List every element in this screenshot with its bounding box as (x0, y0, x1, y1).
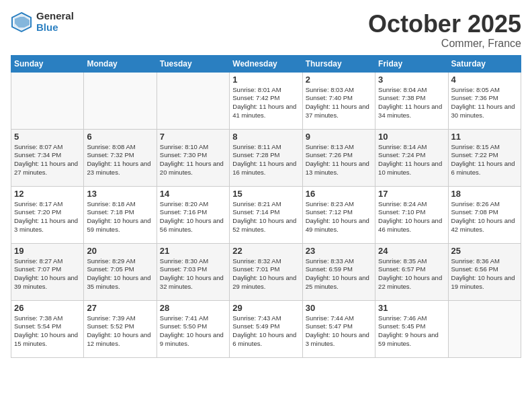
month-title: October 2025 (368, 11, 521, 38)
day-number: 4 (451, 75, 518, 85)
calendar-cell: 6Sunrise: 8:08 AM Sunset: 7:32 PM Daylig… (84, 129, 157, 186)
calendar-week-row: 12Sunrise: 8:17 AM Sunset: 7:20 PM Dayli… (11, 186, 521, 243)
day-number: 23 (306, 246, 372, 256)
calendar-cell: 22Sunrise: 8:32 AM Sunset: 7:01 PM Dayli… (230, 243, 302, 300)
logo: General Blue (11, 11, 74, 33)
calendar-cell: 24Sunrise: 8:35 AM Sunset: 6:57 PM Dayli… (375, 243, 448, 300)
calendar-cell: 31Sunrise: 7:46 AM Sunset: 5:45 PM Dayli… (375, 300, 448, 357)
weekday-header-saturday: Saturday (448, 55, 521, 72)
calendar-cell (84, 72, 157, 129)
day-number: 28 (160, 303, 226, 313)
day-info: Sunrise: 8:17 AM Sunset: 7:20 PM Dayligh… (14, 200, 81, 234)
day-number: 11 (451, 132, 518, 142)
day-info: Sunrise: 7:43 AM Sunset: 5:49 PM Dayligh… (232, 314, 299, 349)
day-number: 7 (160, 132, 226, 142)
day-info: Sunrise: 8:10 AM Sunset: 7:30 PM Dayligh… (160, 143, 226, 177)
day-number: 1 (232, 75, 299, 85)
calendar-cell: 15Sunrise: 8:21 AM Sunset: 7:14 PM Dayli… (230, 186, 302, 243)
logo-blue: Blue (36, 22, 74, 34)
calendar-cell: 11Sunrise: 8:15 AM Sunset: 7:22 PM Dayli… (448, 129, 521, 186)
day-number: 30 (306, 303, 372, 313)
day-info: Sunrise: 8:21 AM Sunset: 7:14 PM Dayligh… (232, 200, 299, 234)
day-info: Sunrise: 8:03 AM Sunset: 7:40 PM Dayligh… (306, 86, 372, 120)
day-number: 31 (378, 303, 445, 313)
day-info: Sunrise: 8:13 AM Sunset: 7:26 PM Dayligh… (306, 143, 372, 177)
calendar-week-row: 5Sunrise: 8:07 AM Sunset: 7:34 PM Daylig… (11, 129, 521, 186)
calendar-cell: 14Sunrise: 8:20 AM Sunset: 7:16 PM Dayli… (157, 186, 229, 243)
day-number: 18 (451, 189, 518, 199)
day-number: 5 (14, 132, 81, 142)
day-info: Sunrise: 7:44 AM Sunset: 5:47 PM Dayligh… (306, 314, 372, 349)
calendar-cell: 12Sunrise: 8:17 AM Sunset: 7:20 PM Dayli… (11, 186, 84, 243)
day-info: Sunrise: 7:41 AM Sunset: 5:50 PM Dayligh… (160, 314, 226, 349)
weekday-header-wednesday: Wednesday (230, 55, 302, 72)
calendar-cell: 29Sunrise: 7:43 AM Sunset: 5:49 PM Dayli… (230, 300, 302, 357)
day-number: 10 (378, 132, 445, 142)
day-number: 24 (378, 246, 445, 256)
day-info: Sunrise: 8:01 AM Sunset: 7:42 PM Dayligh… (232, 86, 299, 120)
calendar-cell: 30Sunrise: 7:44 AM Sunset: 5:47 PM Dayli… (302, 300, 375, 357)
calendar-week-row: 26Sunrise: 7:38 AM Sunset: 5:54 PM Dayli… (11, 300, 521, 357)
calendar-cell: 2Sunrise: 8:03 AM Sunset: 7:40 PM Daylig… (302, 72, 375, 129)
calendar-cell (157, 72, 229, 129)
calendar-cell: 5Sunrise: 8:07 AM Sunset: 7:34 PM Daylig… (11, 129, 84, 186)
day-number: 14 (160, 189, 226, 199)
day-number: 12 (14, 189, 81, 199)
logo-text: General Blue (36, 11, 74, 33)
day-number: 6 (87, 132, 153, 142)
calendar-week-row: 1Sunrise: 8:01 AM Sunset: 7:42 PM Daylig… (11, 72, 521, 129)
day-number: 27 (87, 303, 153, 313)
day-info: Sunrise: 8:36 AM Sunset: 6:56 PM Dayligh… (451, 257, 518, 291)
location: Commer, France (368, 38, 521, 50)
day-info: Sunrise: 7:39 AM Sunset: 5:52 PM Dayligh… (87, 314, 153, 349)
day-info: Sunrise: 8:27 AM Sunset: 7:07 PM Dayligh… (14, 257, 81, 291)
calendar-cell: 25Sunrise: 8:36 AM Sunset: 6:56 PM Dayli… (448, 243, 521, 300)
weekday-header-tuesday: Tuesday (157, 55, 229, 72)
calendar-cell: 16Sunrise: 8:23 AM Sunset: 7:12 PM Dayli… (302, 186, 375, 243)
day-info: Sunrise: 8:15 AM Sunset: 7:22 PM Dayligh… (451, 143, 518, 177)
title-block: October 2025 Commer, France (368, 11, 521, 50)
day-info: Sunrise: 8:11 AM Sunset: 7:28 PM Dayligh… (232, 143, 299, 177)
logo-icon (11, 11, 32, 33)
calendar-table: SundayMondayTuesdayWednesdayThursdayFrid… (11, 55, 521, 358)
day-number: 26 (14, 303, 81, 313)
calendar-cell: 18Sunrise: 8:26 AM Sunset: 7:08 PM Dayli… (448, 186, 521, 243)
day-info: Sunrise: 8:32 AM Sunset: 7:01 PM Dayligh… (232, 257, 299, 291)
weekday-header-thursday: Thursday (302, 55, 375, 72)
calendar-cell: 7Sunrise: 8:10 AM Sunset: 7:30 PM Daylig… (157, 129, 229, 186)
calendar-cell: 10Sunrise: 8:14 AM Sunset: 7:24 PM Dayli… (375, 129, 448, 186)
day-number: 16 (306, 189, 372, 199)
day-number: 21 (160, 246, 226, 256)
weekday-header-friday: Friday (375, 55, 448, 72)
calendar-cell (11, 72, 84, 129)
day-number: 2 (306, 75, 372, 85)
day-number: 9 (306, 132, 372, 142)
day-info: Sunrise: 7:46 AM Sunset: 5:45 PM Dayligh… (378, 314, 445, 349)
day-number: 15 (232, 189, 299, 199)
weekday-header-sunday: Sunday (11, 55, 84, 72)
calendar-cell: 21Sunrise: 8:30 AM Sunset: 7:03 PM Dayli… (157, 243, 229, 300)
calendar-cell: 26Sunrise: 7:38 AM Sunset: 5:54 PM Dayli… (11, 300, 84, 357)
day-info: Sunrise: 8:33 AM Sunset: 6:59 PM Dayligh… (306, 257, 372, 291)
calendar-cell: 23Sunrise: 8:33 AM Sunset: 6:59 PM Dayli… (302, 243, 375, 300)
day-info: Sunrise: 8:18 AM Sunset: 7:18 PM Dayligh… (87, 200, 153, 234)
day-number: 3 (378, 75, 445, 85)
calendar-cell: 3Sunrise: 8:04 AM Sunset: 7:38 PM Daylig… (375, 72, 448, 129)
day-info: Sunrise: 8:05 AM Sunset: 7:36 PM Dayligh… (451, 86, 518, 120)
day-number: 19 (14, 246, 81, 256)
calendar-cell: 27Sunrise: 7:39 AM Sunset: 5:52 PM Dayli… (84, 300, 157, 357)
calendar-cell: 9Sunrise: 8:13 AM Sunset: 7:26 PM Daylig… (302, 129, 375, 186)
day-info: Sunrise: 8:20 AM Sunset: 7:16 PM Dayligh… (160, 200, 226, 234)
day-info: Sunrise: 8:08 AM Sunset: 7:32 PM Dayligh… (87, 143, 153, 177)
calendar-week-row: 19Sunrise: 8:27 AM Sunset: 7:07 PM Dayli… (11, 243, 521, 300)
weekday-header-monday: Monday (84, 55, 157, 72)
day-info: Sunrise: 8:07 AM Sunset: 7:34 PM Dayligh… (14, 143, 81, 177)
day-info: Sunrise: 8:24 AM Sunset: 7:10 PM Dayligh… (378, 200, 445, 234)
calendar-cell: 1Sunrise: 8:01 AM Sunset: 7:42 PM Daylig… (230, 72, 302, 129)
day-number: 13 (87, 189, 153, 199)
calendar-cell: 13Sunrise: 8:18 AM Sunset: 7:18 PM Dayli… (84, 186, 157, 243)
logo-general: General (36, 11, 74, 22)
day-info: Sunrise: 8:35 AM Sunset: 6:57 PM Dayligh… (378, 257, 445, 291)
day-number: 17 (378, 189, 445, 199)
day-number: 25 (451, 246, 518, 256)
